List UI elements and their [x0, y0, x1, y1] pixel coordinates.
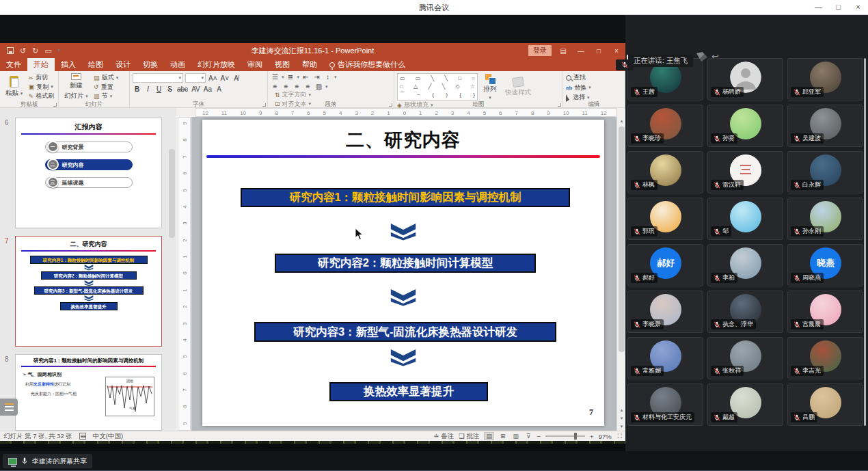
menu-tab-幻灯片放映[interactable]: 幻灯片放映 — [191, 58, 241, 71]
shrink-font-button[interactable]: A˅ — [220, 75, 230, 82]
undo-icon[interactable]: ↺ — [20, 46, 26, 55]
shape-glyph[interactable]: ☆ — [470, 83, 475, 91]
shape-glyph[interactable]: } — [473, 91, 475, 99]
shape-glyph[interactable]: { — [459, 91, 461, 99]
menu-tab-文件[interactable]: 文件 — [0, 58, 27, 71]
columns-button[interactable]: ▥ — [314, 83, 323, 90]
participant-tile[interactable]: 孙贤 — [707, 105, 783, 147]
slide-editing-area[interactable]: 二、研究内容 研究内容1：颗粒接触时间影响因素与调控机制 研究内容2：颗粒接触时… — [202, 120, 604, 426]
notes-button[interactable]: ≐ 备注 — [434, 432, 455, 441]
participant-tile[interactable]: 常雅媚 — [627, 337, 703, 379]
participant-tile[interactable]: 邹 — [707, 198, 783, 240]
zoom-out-button[interactable]: − — [537, 433, 541, 440]
participant-tile[interactable]: 晓燕周晓燕 — [787, 244, 863, 286]
comments-button[interactable]: ❑ 批注 — [459, 432, 479, 441]
participant-tile[interactable]: 孙永刚 — [787, 198, 863, 240]
menu-tab-动画[interactable]: 动画 — [164, 58, 191, 71]
screen-share-status-chip[interactable]: 李建涛的屏幕共享 — [3, 454, 92, 468]
shape-glyph[interactable]: ╱ — [428, 83, 431, 91]
qat-dropdown-icon[interactable]: ▾ — [58, 48, 61, 53]
justify-button[interactable]: ≡ — [303, 83, 312, 90]
font-style-button[interactable]: A — [215, 85, 223, 93]
menu-tab-帮助[interactable]: 帮助 — [296, 58, 323, 71]
shape-glyph[interactable]: ▭ — [416, 75, 421, 83]
sidebar-toggle-float-button[interactable] — [0, 399, 18, 416]
normal-view-icon[interactable]: ▤ — [484, 432, 494, 440]
shape-glyph[interactable]: ~ — [417, 91, 420, 99]
menu-tab-设计[interactable]: 设计 — [109, 58, 137, 71]
shape-glyph[interactable]: ( — [432, 91, 434, 99]
participant-tile[interactable]: 郭琪 — [627, 198, 703, 240]
zoom-slider[interactable] — [545, 435, 585, 437]
font-style-button[interactable]: I — [144, 85, 152, 93]
font-style-button[interactable]: abc — [176, 85, 189, 93]
menu-tab-视图[interactable]: 视图 — [269, 58, 296, 71]
redo-icon[interactable]: ↻ — [32, 46, 38, 55]
align-center-button[interactable]: ≡ — [282, 83, 290, 90]
slide7-thumbnail-selected[interactable]: 二、研究内容 研究内容1：颗粒接触时间影响因素与调控机制 研究内容2：颗粒接触时… — [15, 236, 162, 347]
close-icon[interactable]: × — [848, 0, 868, 15]
clear-format-button[interactable]: A̸ — [232, 75, 241, 82]
participant-tile[interactable]: 李晓珍 — [627, 105, 703, 147]
participant-tile[interactable]: 雷汉轩 — [707, 151, 783, 193]
shape-glyph[interactable]: △ — [413, 83, 418, 91]
font-style-button[interactable]: Aa — [203, 85, 213, 93]
thumbnail-scrollbar[interactable] — [169, 149, 175, 238]
new-slide-button[interactable]: 新建 幻灯片 ▾ — [62, 73, 91, 100]
slide-sorter-icon[interactable]: ⊞ — [499, 433, 507, 440]
align-right-button[interactable]: ≡ — [293, 83, 301, 90]
font-size-select[interactable]: ▾ — [185, 73, 206, 83]
participant-tile[interactable]: 材料与化工安庆元 — [627, 383, 703, 426]
participant-tile[interactable]: 白永辉 — [787, 151, 863, 193]
cut-button[interactable]: ✂剪切 — [29, 73, 55, 82]
arrange-button[interactable]: 排列▾ — [480, 73, 499, 100]
shape-glyph[interactable]: ◇ — [455, 83, 459, 91]
shape-glyph[interactable]: ╲ — [442, 83, 445, 91]
scrollbar-thumb[interactable] — [619, 126, 625, 352]
participant-tile[interactable]: 吕鹏 — [787, 383, 863, 426]
font-style-button[interactable]: U — [154, 85, 163, 93]
participant-tile[interactable]: 杨聘娇 — [707, 58, 783, 100]
shape-glyph[interactable]: □ — [458, 75, 461, 83]
dialog-launcher-icon[interactable] — [53, 103, 57, 107]
line-spacing-button[interactable]: ↕ — [323, 73, 332, 81]
participant-tile[interactable]: 执念、浮华 — [707, 291, 783, 333]
slideshow-icon[interactable]: ▭ — [44, 46, 51, 55]
font-name-select[interactable]: ▾ — [133, 73, 183, 83]
menu-tab-开始[interactable]: 开始 — [27, 58, 55, 71]
layout-toggle-icon[interactable] — [696, 52, 707, 62]
ppt-maximize-icon[interactable]: □ — [593, 47, 605, 55]
outdent-button[interactable]: ⇤ — [301, 73, 310, 81]
participant-tile[interactable]: 戴超 — [707, 383, 783, 426]
menu-tab-切换[interactable]: 切换 — [137, 58, 164, 71]
zoom-level[interactable]: 97% — [599, 433, 612, 440]
back-arrow-icon[interactable]: ↩ — [711, 52, 719, 62]
align-left-button[interactable]: ≡ — [271, 83, 280, 90]
slide6-thumbnail[interactable]: 汇报内容 一 研究背景 二 研究内容 三 延续课题 — [15, 118, 162, 228]
canvas-scrollbar[interactable]: ▴ ▴ ▾ ▾ — [616, 117, 625, 431]
replace-button[interactable]: ab替换 ▾ — [566, 83, 591, 92]
fit-to-window-icon[interactable]: ⛶ — [616, 433, 623, 440]
grow-font-button[interactable]: A˄ — [208, 75, 218, 82]
menu-tab-插入[interactable]: 插入 — [55, 58, 82, 71]
participant-tile[interactable]: 张秋祥 — [707, 337, 783, 379]
shape-glyph[interactable]: ╲ — [444, 75, 448, 83]
text-direction-button[interactable]: ⇅文字方向 ▾ — [275, 90, 330, 99]
spellcheck-icon[interactable] — [79, 433, 86, 440]
dialog-launcher-icon[interactable] — [262, 103, 266, 107]
participant-tile[interactable]: 李柏 — [707, 244, 783, 286]
quick-styles-button[interactable]: 快速样式 — [502, 73, 534, 100]
menu-tab-绘图[interactable]: 绘图 — [82, 58, 109, 71]
participant-tile[interactable]: 李晓景 — [627, 291, 703, 333]
indent-button[interactable]: ⇥ — [312, 73, 321, 81]
language-indicator[interactable]: 中文(中国) — [93, 432, 123, 441]
copy-button[interactable]: ▣复制 ▾ — [29, 83, 55, 92]
participant-tile[interactable]: 郝好郝好 — [627, 244, 703, 286]
shape-glyph[interactable]: □ — [400, 83, 403, 91]
shapes-gallery[interactable]: ▭▭╲╲□○□△╱╲◇☆⌒~(){} — [397, 73, 478, 100]
font-style-button[interactable]: B — [133, 85, 141, 93]
reset-button[interactable]: ↺重置 — [94, 83, 118, 92]
dialog-launcher-icon[interactable] — [558, 103, 561, 107]
numbering-button[interactable]: ≣ — [286, 73, 295, 81]
menu-tab-审阅[interactable]: 审阅 — [241, 58, 269, 71]
